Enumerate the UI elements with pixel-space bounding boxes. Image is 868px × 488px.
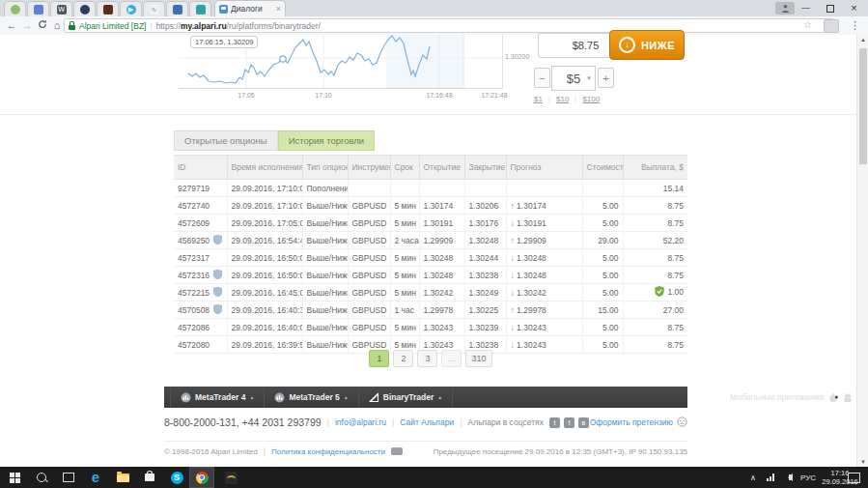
- table-header-row: IDВремя исполненияТип опционаИнструментС…: [174, 156, 687, 180]
- tab-open-options[interactable]: Открытые опционы: [174, 130, 278, 151]
- tray-expand-button[interactable]: ∧: [745, 467, 761, 488]
- stake-plus-button[interactable]: +: [598, 68, 614, 88]
- scroll-up-icon[interactable]: ▲: [857, 37, 868, 43]
- pagination-button[interactable]: …: [441, 350, 462, 367]
- start-button[interactable]: [2, 467, 27, 488]
- file-explorer-button[interactable]: [110, 467, 135, 488]
- network-tray-button[interactable]: [763, 467, 778, 488]
- pinned-tab[interactable]: ∿: [143, 1, 165, 16]
- cell-instrument: GBPUSD: [348, 301, 390, 319]
- quick-amount-link[interactable]: $10: [556, 95, 569, 103]
- table-row: 457050829.09.2016, 16:40:39Выше/НижеGBPU…: [174, 301, 687, 319]
- platform-item-metatrader4[interactable]: MetaTrader 4▲: [170, 387, 265, 408]
- address-bar[interactable]: Alpari Limited [BZ] | https://my.alpari.…: [64, 18, 834, 33]
- store-button[interactable]: [137, 467, 162, 488]
- platform-bar: MetaTrader 4▲MetaTrader 5▲BinaryTrader▲: [164, 387, 687, 408]
- separator: |: [150, 21, 152, 30]
- cell-instrument: [348, 180, 390, 197]
- cell-close: 1.30176: [464, 215, 506, 232]
- facebook-icon[interactable]: f: [564, 417, 574, 428]
- chrome-button[interactable]: [189, 467, 214, 488]
- task-view-button[interactable]: [56, 467, 81, 488]
- privacy-link[interactable]: Политика конфиденциальности: [271, 447, 385, 456]
- quick-amount-link[interactable]: $1: [534, 95, 543, 103]
- home-button[interactable]: ⌂: [50, 18, 64, 32]
- profile-button[interactable]: [775, 2, 795, 14]
- close-button[interactable]: ×: [842, 0, 866, 16]
- cell-id: 9279719: [174, 180, 227, 197]
- action-center-button[interactable]: [844, 467, 863, 488]
- cell-id: 4572215: [174, 284, 227, 301]
- tab-trade-history[interactable]: История торговли: [278, 130, 376, 151]
- pagination-button[interactable]: 310: [465, 350, 491, 367]
- pinned-tab[interactable]: [166, 1, 188, 16]
- scrollbar-thumb[interactable]: [859, 48, 867, 164]
- language-indicator[interactable]: РУС: [798, 467, 819, 488]
- column-header: Прогноз: [506, 156, 582, 180]
- platform-item-binarytrader[interactable]: BinaryTrader▲: [359, 387, 453, 408]
- cell-term: 5 мин: [390, 284, 419, 301]
- cell-id: 4572609: [174, 215, 227, 232]
- pinned-tab[interactable]: [97, 1, 119, 16]
- option-id: 4569250: [178, 236, 210, 245]
- volume-tray-button[interactable]: [780, 467, 796, 488]
- pinned-tab[interactable]: [73, 1, 96, 16]
- reload-button[interactable]: [36, 18, 49, 32]
- pagination-current[interactable]: 1: [369, 350, 389, 367]
- pinned-tab[interactable]: [4, 1, 26, 16]
- chevron-down-icon[interactable]: ▼: [586, 75, 592, 81]
- twitter-icon[interactable]: t: [549, 417, 560, 428]
- lower-button[interactable]: ↓ НИЖЕ: [609, 30, 685, 60]
- edge-button[interactable]: e: [83, 467, 108, 488]
- skype-button[interactable]: S: [164, 467, 189, 488]
- task-view-icon: [63, 473, 74, 482]
- extension-icon[interactable]: [824, 19, 839, 33]
- stake-value: $5: [567, 72, 580, 86]
- cell-payout: 8.75: [623, 197, 687, 215]
- stake-minus-button[interactable]: −: [534, 68, 550, 88]
- cell-forecast: ↑ 1.29909: [506, 232, 582, 249]
- pagination: 123…310: [174, 350, 687, 367]
- cell-term: 5 мин: [390, 249, 419, 267]
- app-button[interactable]: [218, 467, 243, 488]
- pagination-button[interactable]: 3: [417, 350, 437, 367]
- cell-instrument: GBPUSD: [348, 319, 390, 336]
- taskbar-search-button[interactable]: [29, 467, 54, 488]
- option-id: 4572317: [178, 253, 210, 263]
- forward-button[interactable]: →: [20, 18, 34, 32]
- cell-instrument: GBPUSD: [348, 232, 390, 249]
- close-tab-icon[interactable]: ×: [276, 4, 281, 14]
- option-id: 4572740: [178, 201, 210, 211]
- scroll-down-icon[interactable]: ▼: [857, 459, 868, 465]
- pinned-tab[interactable]: [189, 1, 211, 16]
- cell-payout: 8.75: [623, 249, 687, 267]
- platform-item-metatrader5[interactable]: MetaTrader 5▲: [265, 387, 358, 408]
- platform-item-label: BinaryTrader: [383, 392, 434, 402]
- cell-instrument: GBPUSD: [348, 284, 390, 301]
- shield-icon: [213, 270, 222, 281]
- active-tab[interactable]: Диалоги ×: [214, 0, 286, 16]
- scrollbar[interactable]: ▲ ▼: [856, 35, 868, 467]
- restore-button[interactable]: [818, 0, 842, 16]
- mobile-apps[interactable]: Мобильные приложения ▲: [730, 387, 862, 408]
- quick-amount-link[interactable]: $100: [582, 95, 600, 103]
- restore-icon: [826, 5, 834, 13]
- stake-field[interactable]: $5 ▼: [551, 66, 596, 91]
- pinned-tab[interactable]: ▶: [120, 1, 142, 16]
- pinned-tab[interactable]: [27, 1, 49, 16]
- browser-menu-icon[interactable]: ⋮: [850, 18, 860, 32]
- back-button[interactable]: ←: [5, 18, 18, 32]
- email-link[interactable]: info@alpari.ru: [335, 417, 386, 427]
- pinned-tab[interactable]: W: [50, 1, 72, 16]
- up-arrow-icon: ↑: [511, 201, 515, 211]
- site-link[interactable]: Сайт Альпари: [400, 417, 454, 427]
- minimize-button[interactable]: —: [794, 0, 818, 16]
- cell-time: 29.09.2016, 16:40:39: [227, 301, 302, 319]
- vk-icon[interactable]: в: [578, 417, 589, 428]
- section-divider: [0, 114, 868, 115]
- pinned-tabs: W▶∿: [3, 1, 211, 16]
- pagination-button[interactable]: 2: [393, 350, 413, 367]
- bookmark-star-icon[interactable]: ☆: [803, 19, 812, 31]
- claim-link-group[interactable]: Оформить претензию: [590, 416, 687, 427]
- claim-link[interactable]: Оформить претензию: [590, 417, 673, 427]
